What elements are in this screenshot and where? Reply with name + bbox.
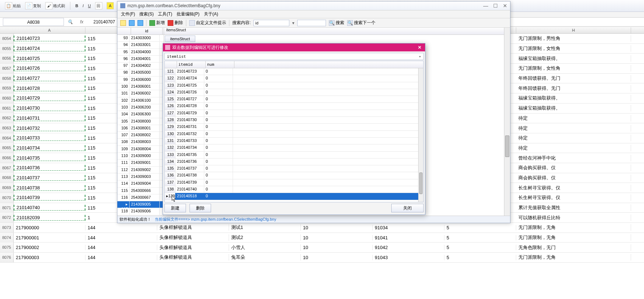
cell-H[interactable]: 年终回馈获得。无门 [516,75,631,82]
dialog-row[interactable]: 1252101407270 [165,96,418,103]
editor-titlebar[interactable]: mzm.gsp.item.confbean.CSelectItemBagCfg.… [117,1,510,10]
format-painter-button[interactable]: 🖌 格式刷 [44,1,66,10]
cell-H[interactable]: 无门派限制，无角 [516,224,631,231]
dialog-row[interactable]: 1212101407230 [165,68,418,75]
row-number[interactable]: 8054 [0,34,14,43]
maximize-button[interactable]: ☐ [493,3,498,9]
minimize-button[interactable]: — [483,3,488,9]
delete-button[interactable]: 删除 [168,20,183,26]
row-number[interactable]: 8073 [0,223,14,233]
editor-left-row[interactable]: 98214305000 [117,69,164,76]
editor-vscroll[interactable] [504,28,510,216]
dialog-row[interactable]: 1242101407260 [165,89,418,96]
menu-tools[interactable]: 工具(T) [158,11,172,17]
dialog-row[interactable]: 1282101407300 [165,117,418,124]
dialog-close-button[interactable]: ✕ [416,45,423,50]
cell-A[interactable]: 210140739 [14,195,85,201]
bold-button[interactable]: B [74,3,80,9]
editor-left-row[interactable]: 99214306000 [117,77,164,83]
row-number[interactable]: 8056 [0,54,14,63]
cell-H[interactable]: 待定 [516,145,631,151]
cell-E[interactable]: 10 [301,245,373,250]
scroll-thumb[interactable] [419,172,423,194]
row-number[interactable]: 8067 [0,163,14,173]
cell-C[interactable]: 头像框解锁道具 [157,224,229,231]
menu-about[interactable]: 关于(A) [204,11,218,17]
editor-left-row[interactable]: 111214309001 [117,160,164,166]
saveall-button[interactable] [137,20,143,26]
dialog-row[interactable]: ▸1392101405180 [165,193,418,200]
cell-H[interactable]: 福缘宝箱抽取获得。 [516,105,631,111]
row-number[interactable]: 8066 [0,153,14,163]
cell-F[interactable]: 91042 [373,245,444,250]
cell-H[interactable]: 福缘宝箱抽取获得。 [516,95,631,101]
cell-A[interactable]: 210140733 [14,135,85,141]
cell-H[interactable]: 累计充值获取全属性 [516,204,631,211]
cell-A[interactable]: 210140736 [14,165,85,171]
cell-H[interactable]: 长生树寻宝获得。仅 [516,194,631,201]
hint-button[interactable]: 自定义文件提示 [189,20,226,26]
row-number[interactable]: 8068 [0,173,14,183]
cell-A[interactable]: 210140727 [14,75,85,81]
cell-D[interactable]: 小雪人 [229,244,301,251]
cell-H[interactable]: 无门派限制，女性角 [516,45,631,52]
cell-H[interactable]: 无角色限制，无门 [516,244,631,251]
open-button[interactable] [120,20,126,26]
cell-A[interactable]: 210140740 [14,205,85,211]
editor-left-row[interactable]: 95214304000 [117,49,164,56]
dialog-row[interactable]: 1342101407360 [165,158,418,165]
sheet-row[interactable]: 8076217900003144头像框解锁道具兔耳朵10910435无门派限制，… [0,253,644,263]
editor-left-row[interactable]: 118214309006 [117,208,164,215]
dialog-row[interactable]: 1302101407320 [165,131,418,138]
cell-A[interactable]: 210140735 [14,155,85,161]
cell-H[interactable]: 商会购买获得。仅 [516,175,631,181]
cell-A[interactable]: 210140723 [14,36,85,41]
menu-search[interactable]: 搜索(S) [139,11,154,17]
cell-E[interactable]: 10 [301,235,373,240]
dialog-new-button[interactable]: 新建 [164,204,186,212]
editor-left-row[interactable]: 100214306001 [117,83,164,90]
paste-button[interactable]: 📋 粘贴 [4,1,22,10]
cell-F[interactable]: 91034 [373,225,444,230]
editor-left-row[interactable]: 112214309002 [117,167,164,174]
row-number[interactable]: 8057 [0,64,14,73]
cell-A[interactable]: 217900003 [14,255,85,260]
cell-H[interactable]: 福缘宝箱抽取获得。 [516,55,631,62]
dialog-row[interactable]: 1382101407400 [165,186,418,193]
items-struct-button[interactable]: itemsStruct [165,36,195,42]
dialog-vscroll[interactable] [418,68,423,202]
dialog-row[interactable]: 1322101407340 [165,144,418,151]
cell-H[interactable]: 无门派限制，男性角 [516,35,631,42]
cell-G[interactable]: 5 [444,235,516,240]
row-number[interactable]: 8065 [0,143,14,153]
search-next-button[interactable]: 🔍搜索下一个 [347,20,375,26]
cell-C[interactable]: 头像框解锁道具 [157,234,229,241]
cell-H[interactable]: 商会购买获得。仅 [516,165,631,171]
row-number[interactable]: 8064 [0,133,14,143]
cell-H[interactable]: 待定 [516,135,631,141]
sheet-row[interactable]: 8075217900002144头像框解锁道具小雪人10910425无角色限制，… [0,243,644,253]
cell-A[interactable]: 210140732 [14,125,85,131]
formula-value[interactable]: 210140707 [87,19,115,24]
editor-left-row[interactable]: 114214309004 [117,180,164,187]
editor-left-row[interactable]: 101214306002 [117,90,164,97]
row-number[interactable]: 8060 [0,93,14,103]
row-number[interactable]: 8070 [0,193,14,203]
cell-H[interactable]: 曾经在河神手中叱 [516,155,631,161]
cell-A[interactable]: 210140731 [14,115,85,121]
row-number[interactable]: 8072 [0,213,14,222]
col-header-H[interactable]: H [516,27,631,33]
close-button[interactable]: ✕ [503,3,507,9]
editor-left-row[interactable]: 102214306100 [117,97,164,104]
cell-A[interactable]: 210140726 [14,65,85,71]
row-number[interactable]: 8058 [0,74,14,83]
border-button[interactable]: 田 [94,1,104,10]
cell-D[interactable]: 测试2 [229,234,301,241]
cell-B[interactable]: 144 [85,245,157,250]
row-number[interactable]: 8059 [0,83,14,93]
cell-B[interactable]: 144 [85,255,157,260]
name-box[interactable]: A8038 [3,18,64,26]
cell-G[interactable]: 5 [444,225,516,230]
cell-A[interactable]: 210140729 [14,95,85,101]
italic-button[interactable]: I [81,3,85,9]
